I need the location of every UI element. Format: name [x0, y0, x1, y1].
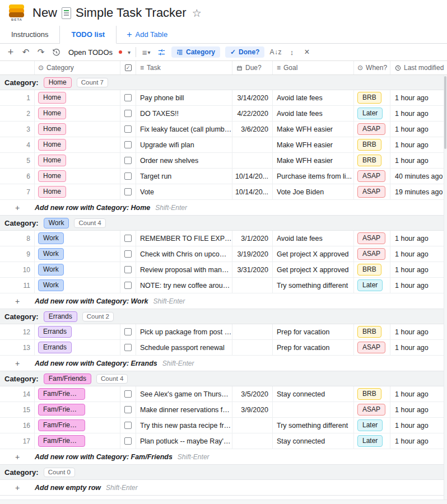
due-cell[interactable] — [232, 278, 273, 293]
due-cell[interactable]: 4/22/2020 — [232, 106, 273, 121]
history-button[interactable] — [51, 46, 61, 58]
goal-cell[interactable]: Stay connected — [273, 386, 354, 402]
category-cell[interactable]: Home — [35, 153, 120, 168]
when-cell[interactable]: ASAP — [354, 402, 390, 417]
done-cell[interactable] — [120, 433, 136, 449]
row-number[interactable]: 2 — [0, 106, 35, 121]
task-cell[interactable]: Review proposal with management — [136, 262, 232, 277]
horizontal-scrollbar[interactable] — [0, 500, 447, 504]
tab-instructions[interactable]: Instructions — [0, 26, 60, 43]
done-checkbox[interactable] — [124, 344, 132, 351]
add-row-button[interactable]: + Add new row with Category: Fam/Friends… — [0, 449, 447, 465]
goal-cell[interactable] — [273, 402, 354, 417]
due-cell[interactable]: 3/5/2020 — [232, 386, 273, 402]
done-cell[interactable] — [120, 324, 136, 339]
goal-cell[interactable]: Avoid late fees — [273, 231, 354, 246]
due-cell[interactable]: 10/14/20... — [232, 184, 273, 199]
category-cell[interactable]: Fam/Friends — [35, 402, 120, 417]
category-cell[interactable]: Work — [35, 231, 120, 246]
category-cell[interactable]: Errands — [35, 324, 120, 339]
add-row-button[interactable]: + — [6, 46, 16, 58]
goal-cell[interactable]: Make WFH easier — [273, 137, 354, 152]
when-cell[interactable]: Later — [354, 278, 390, 293]
due-cell[interactable]: 10/14/20... — [232, 169, 273, 184]
add-row-button[interactable]: + Add new row with Category: Errands Shi… — [0, 356, 447, 371]
task-cell[interactable]: Try this new pasta recipe from allrecipe… — [136, 418, 232, 433]
done-cell[interactable] — [120, 340, 136, 355]
due-cell[interactable]: 3/6/2020 — [232, 122, 273, 137]
done-checkbox[interactable] — [124, 266, 132, 273]
when-cell[interactable]: Later — [354, 433, 390, 449]
task-cell[interactable]: Target run — [136, 169, 232, 184]
sort-button[interactable]: A↓z — [269, 46, 282, 58]
goal-cell[interactable]: Avoid late fees — [273, 90, 354, 105]
done-cell[interactable] — [120, 246, 136, 262]
done-checkbox[interactable] — [124, 110, 132, 117]
category-cell[interactable]: Fam/Friends — [35, 418, 120, 433]
task-cell[interactable]: Vote — [136, 184, 232, 199]
row-number[interactable]: 14 — [0, 386, 35, 402]
category-cell[interactable]: Work — [35, 246, 120, 262]
goal-cell[interactable]: Get project X approved — [273, 262, 354, 277]
add-row-button[interactable]: + Add new empty row Shift-Enter — [0, 480, 447, 496]
star-icon[interactable]: ☆ — [192, 7, 202, 20]
done-cell[interactable] — [120, 90, 136, 105]
done-filter-chip[interactable]: ✓ Done? — [225, 46, 264, 58]
row-number[interactable]: 13 — [0, 340, 35, 355]
done-checkbox[interactable] — [124, 188, 132, 195]
category-cell[interactable]: Fam/Friends — [35, 433, 120, 449]
document-title[interactable]: New Simple Task Tracker — [32, 6, 187, 20]
row-number[interactable]: 17 — [0, 433, 35, 449]
due-cell[interactable]: 3/9/2020 — [232, 402, 273, 417]
when-cell[interactable]: BRB — [354, 153, 390, 168]
category-cell[interactable]: Work — [35, 262, 120, 277]
category-cell[interactable]: Home — [35, 169, 120, 184]
goal-cell[interactable]: Purchase items from li... — [273, 169, 354, 184]
redo-button[interactable]: ↷ — [36, 46, 46, 58]
column-header-due[interactable]: Due? — [232, 61, 273, 74]
row-number[interactable]: 11 — [0, 278, 35, 293]
done-cell[interactable] — [120, 184, 136, 199]
when-cell[interactable]: BRB — [354, 262, 390, 277]
category-cell[interactable]: Errands — [35, 340, 120, 355]
done-checkbox[interactable] — [124, 125, 132, 133]
due-cell[interactable] — [232, 324, 273, 339]
done-cell[interactable] — [120, 106, 136, 121]
task-cell[interactable]: Order new shelves — [136, 153, 232, 168]
done-cell[interactable] — [120, 278, 136, 293]
row-height-button[interactable]: ↕ — [287, 46, 297, 58]
row-number[interactable]: 8 — [0, 231, 35, 246]
goal-cell[interactable]: Vote Joe Biden — [273, 184, 354, 199]
row-number[interactable]: 5 — [0, 153, 35, 168]
due-cell[interactable]: 3/31/2020 — [232, 262, 273, 277]
done-cell[interactable] — [120, 122, 136, 137]
column-header-goal[interactable]: ≡ Goal — [273, 61, 354, 74]
goal-cell[interactable]: Stay connected — [273, 433, 354, 449]
goal-cell[interactable]: Get project X approved — [273, 246, 354, 262]
goal-cell[interactable]: Prep for vacation — [273, 340, 354, 355]
row-number[interactable]: 3 — [0, 122, 35, 137]
done-checkbox[interactable] — [124, 437, 132, 445]
category-cell[interactable]: Work — [35, 278, 120, 293]
goal-cell[interactable]: Try something different — [273, 278, 354, 293]
done-checkbox[interactable] — [124, 282, 132, 289]
due-cell[interactable] — [232, 137, 273, 152]
when-cell[interactable]: BRB — [354, 90, 390, 105]
column-header-when[interactable]: ⊙ When? — [354, 61, 390, 74]
category-cell[interactable]: Home — [35, 106, 120, 121]
filter-button[interactable] — [156, 46, 166, 58]
when-cell[interactable]: ASAP — [354, 246, 390, 262]
done-cell[interactable] — [120, 262, 136, 277]
done-checkbox[interactable] — [124, 422, 132, 429]
done-cell[interactable] — [120, 418, 136, 433]
done-checkbox[interactable] — [124, 235, 132, 242]
done-checkbox[interactable] — [124, 157, 132, 164]
column-header-task[interactable]: ≡ Task — [136, 61, 232, 74]
task-cell[interactable]: Make dinner reservations for date night — [136, 402, 232, 417]
add-row-button[interactable]: + Add new row with Category: Work Shift-… — [0, 293, 447, 309]
close-toolbar-button[interactable]: × — [302, 46, 312, 58]
task-cell[interactable]: Pick up package from post office — [136, 324, 232, 339]
when-cell[interactable]: ASAP — [354, 122, 390, 137]
task-cell[interactable]: Plan potluck -- maybe Ray's place — [136, 433, 232, 449]
add-row-button[interactable]: + Add new row with Category: Home Shift-… — [0, 200, 447, 216]
